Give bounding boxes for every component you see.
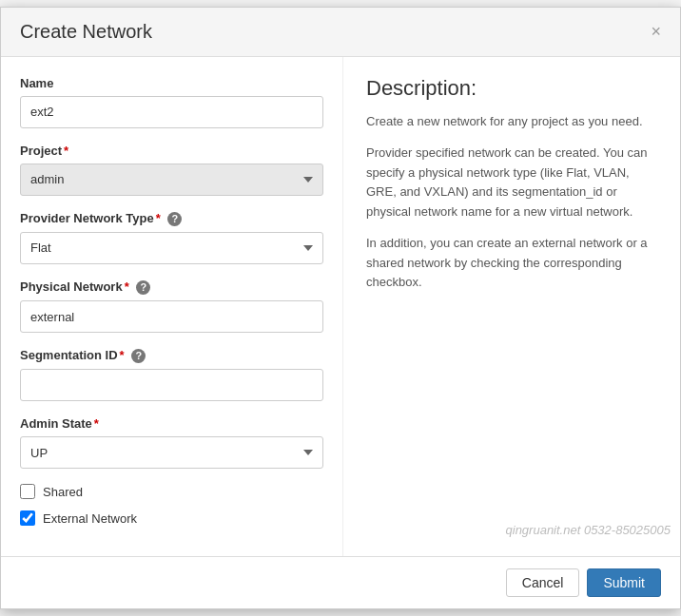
external-network-checkbox[interactable] <box>20 510 35 526</box>
description-paragraph3: In addition, you can create an external … <box>366 234 657 293</box>
submit-button[interactable]: Submit <box>587 568 661 597</box>
create-network-modal: Create Network × Name Project* admin <box>0 7 681 609</box>
project-required: * <box>64 144 68 158</box>
name-group: Name <box>20 76 323 128</box>
admin-state-group: Admin State* UP DOWN <box>20 416 323 469</box>
segmentation-id-group: Segmentation ID* ? <box>20 348 323 401</box>
external-network-checkbox-group: External Network <box>20 510 323 526</box>
physical-required: * <box>125 279 129 294</box>
description-panel: Description: Create a new network for an… <box>343 57 680 556</box>
provider-network-type-label: Provider Network Type* ? <box>20 211 323 226</box>
modal-body: Name Project* admin Provider Network Typ… <box>1 57 680 556</box>
project-select[interactable]: admin <box>20 164 323 196</box>
description-paragraph1: Create a new network for any project as … <box>366 112 657 132</box>
project-label: Project* <box>20 144 323 158</box>
segmentation-id-label: Segmentation ID* ? <box>20 348 323 363</box>
physical-network-group: Physical Network* ? <box>20 279 323 333</box>
watermark: qingruanit.net 0532-85025005 <box>506 523 671 537</box>
shared-label[interactable]: Shared <box>43 485 83 499</box>
description-title: Description: <box>366 76 657 101</box>
segmentation-id-input[interactable] <box>20 369 323 401</box>
modal-title: Create Network <box>20 21 152 43</box>
provider-network-type-select[interactable]: Flat VLAN GRE VXLAN <box>20 232 323 264</box>
physical-network-help-icon[interactable]: ? <box>136 280 150 295</box>
external-network-label[interactable]: External Network <box>43 511 137 526</box>
physical-network-label: Physical Network* ? <box>20 279 323 295</box>
admin-state-label: Admin State* <box>20 416 323 431</box>
admin-state-select[interactable]: UP DOWN <box>20 436 323 469</box>
provider-required: * <box>156 211 161 225</box>
close-button[interactable]: × <box>651 23 661 40</box>
description-paragraph2: Provider specified network can be create… <box>366 144 657 222</box>
physical-network-input[interactable] <box>20 300 323 333</box>
name-label: Name <box>20 76 323 90</box>
form-panel: Name Project* admin Provider Network Typ… <box>1 57 343 556</box>
shared-checkbox[interactable] <box>20 484 35 499</box>
provider-network-type-help-icon[interactable]: ? <box>167 212 182 226</box>
cancel-button[interactable]: Cancel <box>506 568 580 597</box>
project-group: Project* admin <box>20 144 323 196</box>
provider-network-type-group: Provider Network Type* ? Flat VLAN GRE V… <box>20 211 323 264</box>
admin-state-required: * <box>94 416 99 431</box>
modal-header: Create Network × <box>1 8 680 57</box>
modal-footer: Cancel Submit <box>1 556 680 608</box>
segmentation-required: * <box>120 348 125 362</box>
name-input[interactable] <box>20 96 323 128</box>
segmentation-id-help-icon[interactable]: ? <box>131 349 146 363</box>
shared-checkbox-group: Shared <box>20 484 323 499</box>
